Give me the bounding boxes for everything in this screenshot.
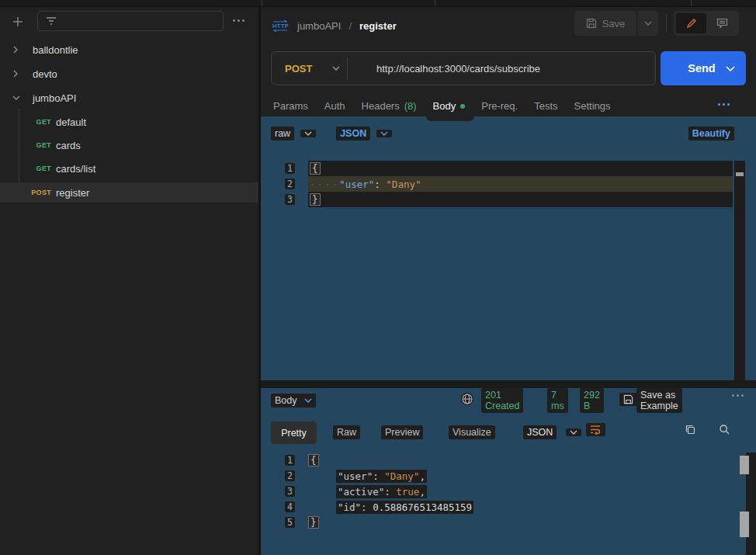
response-scrollbar-thumb[interactable] (740, 456, 749, 474)
line-number: 3 (285, 194, 295, 205)
edit-request-button[interactable] (676, 13, 706, 33)
response-language-value: JSON (523, 425, 557, 439)
new-item-button[interactable] (11, 15, 25, 29)
sidebar-item-balldontlie[interactable]: balldontlie (0, 40, 258, 59)
floppy-icon (586, 18, 597, 29)
beautify-link[interactable]: Beautify (688, 127, 734, 140)
method-badge-get: GET (0, 141, 51, 149)
tab-visualize[interactable]: Visualize (449, 425, 495, 439)
sidebar-filter-input[interactable] (37, 11, 224, 31)
strip-divider (262, 0, 262, 6)
json-key: "user" (339, 179, 374, 190)
save-button-group: Save (574, 11, 658, 36)
chevron-down-icon (332, 66, 340, 71)
chevron-down-icon (304, 398, 312, 403)
tab-tests[interactable]: Tests (534, 98, 557, 119)
editor-line-1[interactable]: 1 { (261, 161, 756, 176)
search-response-icon[interactable] (719, 424, 730, 435)
editor-scrollbar[interactable] (734, 161, 745, 380)
tab-auth[interactable]: Auth (324, 98, 345, 119)
network-globe-icon[interactable] (461, 393, 473, 405)
response-more-options-icon[interactable] (732, 394, 744, 397)
response-scrollbar-marker[interactable] (740, 512, 749, 537)
sidebar-item-jumboapi[interactable]: jumboAPI (0, 88, 258, 107)
request-label: register (56, 187, 89, 199)
save-button-label: Save (602, 18, 626, 29)
tab-settings[interactable]: Settings (574, 98, 611, 119)
breadcrumb-request-name[interactable]: register (359, 20, 397, 32)
url-input[interactable]: http://localhost:3000/cards/subscribe (376, 63, 540, 75)
url-divider (347, 57, 348, 79)
tab-pre-request[interactable]: Pre-req. (481, 98, 518, 119)
collection-label: balldontlie (33, 44, 78, 56)
line-number: 1 (285, 163, 295, 174)
response-size[interactable]: 292 B (580, 388, 604, 413)
json-colon: : (374, 179, 386, 190)
tab-body[interactable]: Body (433, 98, 466, 119)
collection-label: devto (33, 68, 57, 80)
sidebar-more-options-icon[interactable] (233, 19, 244, 22)
body-type-selector[interactable]: raw (271, 127, 294, 140)
method-badge-post: POST (0, 189, 51, 196)
save-button[interactable]: Save (574, 11, 637, 36)
send-button-label: Send (678, 62, 726, 75)
status-badge[interactable]: 201 Created (481, 388, 523, 413)
response-body-selector[interactable]: Body (271, 394, 316, 408)
whitespace-dots: ···· (310, 179, 339, 190)
line-number: 1 (285, 455, 295, 466)
edit-comment-group (674, 11, 739, 36)
sidebar-request-default[interactable]: GET default (0, 113, 258, 131)
response-view-tabs: Pretty Raw Preview Visualize JSON (271, 421, 746, 445)
body-language-selector[interactable]: JSON (336, 127, 370, 140)
body-type-chevron[interactable] (300, 130, 316, 137)
send-button[interactable]: Send (661, 51, 746, 85)
sidebar-item-devto[interactable]: devto (0, 64, 258, 83)
response-body-label: Body (275, 395, 297, 406)
response-panel: Body 201 Created 7 ms 292 B Save as Exam… (261, 388, 756, 555)
chevron-right-icon[interactable] (12, 46, 22, 54)
tab-raw[interactable]: Raw (333, 425, 360, 439)
comments-button[interactable] (708, 13, 737, 33)
window-top-strip (0, 0, 756, 7)
request-url-bar: POST http://localhost:3000/cards/subscri… (271, 51, 656, 85)
tab-params[interactable]: Params (273, 98, 308, 119)
sidebar-request-register[interactable]: POST register (0, 182, 258, 203)
method-selector[interactable]: POST (272, 52, 347, 85)
line-number: 2 (285, 470, 295, 481)
breadcrumb-collection[interactable]: jumboAPI (297, 20, 341, 32)
editor-line-2[interactable]: 2 ····"user": "Dany" (261, 176, 756, 192)
request-body-panel: raw JSON Beautify 1 { 2 ····"user": "Dan… (261, 116, 756, 380)
request-response-divider[interactable] (261, 380, 756, 388)
response-language-chevron[interactable] (566, 428, 581, 436)
line-number: 5 (285, 517, 295, 528)
response-line-2: 2 "user": "Dany", (261, 468, 742, 484)
strip-divider (435, 0, 435, 6)
request-label: cards (56, 140, 81, 151)
request-label: default (56, 116, 86, 128)
filter-icon (46, 16, 57, 26)
open-brace: { (310, 162, 321, 175)
close-brace: } (310, 193, 321, 206)
method-selected-value: POST (285, 63, 312, 75)
save-as-example-button[interactable]: Save as Example (636, 388, 682, 413)
tab-headers[interactable]: Headers(8) (362, 98, 417, 119)
editor-scrollbar-thumb[interactable] (736, 172, 744, 176)
sidebar-request-cards-list[interactable]: GET cards/list (0, 159, 258, 178)
copy-response-icon[interactable] (685, 424, 696, 435)
tabs-more-options-icon[interactable] (718, 103, 730, 106)
sidebar-request-cards[interactable]: GET cards (0, 136, 258, 154)
body-language-chevron[interactable] (376, 130, 392, 137)
tab-pretty[interactable]: Pretty (271, 421, 317, 444)
json-value: "Dany" (386, 179, 421, 190)
svg-text:HTTP: HTTP (272, 23, 290, 29)
response-language-selector[interactable]: JSON (523, 425, 581, 439)
chevron-right-icon[interactable] (12, 70, 22, 78)
save-options-chevron[interactable] (637, 11, 658, 36)
response-line-4: 4 "id": 0.588676513485159 (261, 499, 742, 515)
open-brace: { (308, 454, 319, 467)
tab-preview[interactable]: Preview (381, 425, 423, 439)
chevron-down-icon[interactable] (12, 95, 22, 101)
editor-line-3[interactable]: 3 } (261, 192, 756, 207)
wrap-lines-icon[interactable] (586, 423, 605, 436)
response-time[interactable]: 7 ms (547, 388, 568, 413)
